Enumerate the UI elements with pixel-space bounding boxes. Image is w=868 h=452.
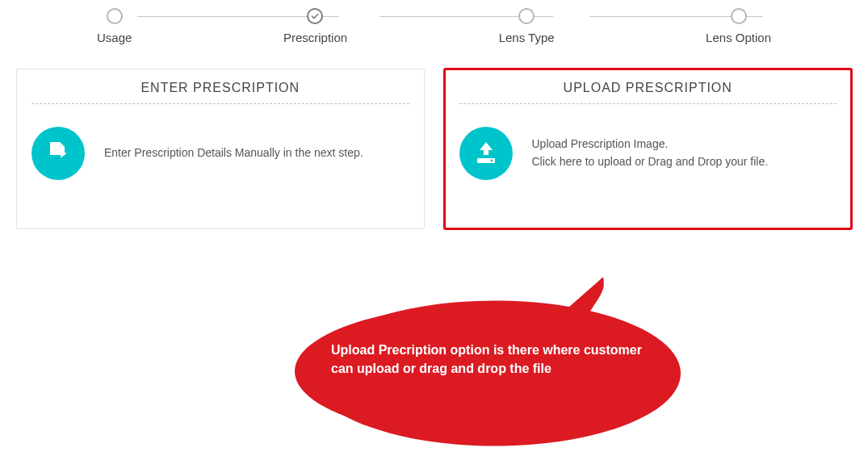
svg-point-1 bbox=[490, 160, 493, 162]
enter-prescription-card[interactable]: ENTER PRESCRIPTION Enter Prescription De… bbox=[16, 69, 425, 229]
step-label: Prescription bbox=[283, 31, 347, 44]
step-indicator-icon bbox=[731, 8, 747, 24]
annotation-text: Upload Precription option is there where… bbox=[331, 341, 654, 378]
upload-line-1: Upload Prescription Image. bbox=[532, 136, 769, 153]
step-label: Usage bbox=[97, 31, 132, 44]
card-description: Enter Prescription Details Manually in t… bbox=[104, 144, 363, 162]
file-export-icon bbox=[31, 127, 85, 180]
step-lens-option[interactable]: Lens Option bbox=[706, 8, 771, 44]
annotation-callout: Upload Precription option is there where… bbox=[283, 274, 686, 436]
card-title: ENTER PRESCRIPTION bbox=[31, 81, 409, 104]
step-indicator-icon bbox=[307, 8, 323, 24]
upload-prescription-card[interactable]: UPLOAD PRESCRIPTION Upload Prescription … bbox=[444, 69, 853, 229]
card-body: Enter Prescription Details Manually in t… bbox=[31, 104, 409, 180]
card-body: Upload Prescription Image. Click here to… bbox=[459, 104, 837, 180]
step-label: Lens Type bbox=[499, 31, 555, 44]
card-description: Upload Prescription Image. Click here to… bbox=[532, 136, 769, 170]
progress-stepper: Usage Prescription Lens Type Lens Option bbox=[0, 0, 868, 44]
prescription-options: ENTER PRESCRIPTION Enter Prescription De… bbox=[0, 44, 868, 229]
upload-line-2: Click here to upload or Drag and Drop yo… bbox=[532, 153, 769, 171]
step-lens-type[interactable]: Lens Type bbox=[499, 8, 555, 44]
check-icon bbox=[310, 11, 320, 21]
step-indicator-icon bbox=[518, 8, 535, 24]
upload-icon bbox=[459, 127, 513, 180]
step-usage[interactable]: Usage bbox=[97, 8, 132, 44]
step-indicator-icon bbox=[107, 8, 123, 24]
step-prescription[interactable]: Prescription bbox=[283, 8, 347, 44]
step-label: Lens Option bbox=[706, 31, 771, 44]
card-title: UPLOAD PRESCRIPTION bbox=[459, 81, 837, 104]
